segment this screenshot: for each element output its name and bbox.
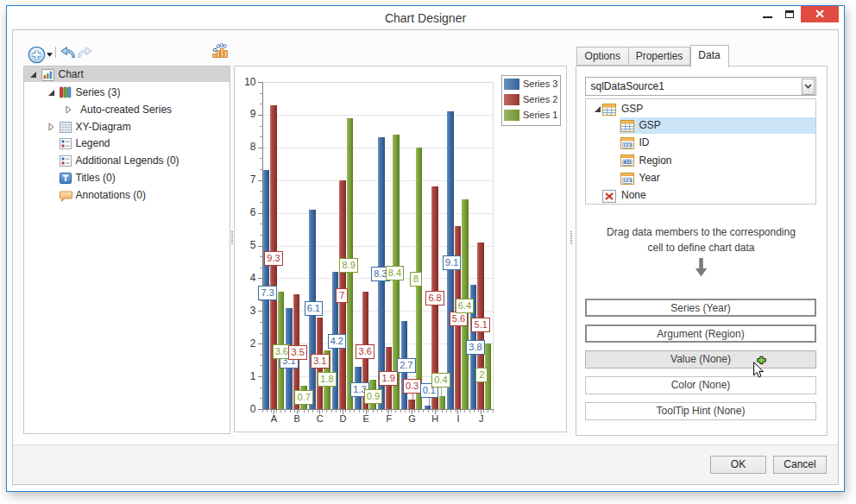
svg-text:ab: ab: [623, 158, 631, 166]
svg-text:123: 123: [622, 178, 632, 183]
svg-text:123: 123: [622, 142, 632, 148]
